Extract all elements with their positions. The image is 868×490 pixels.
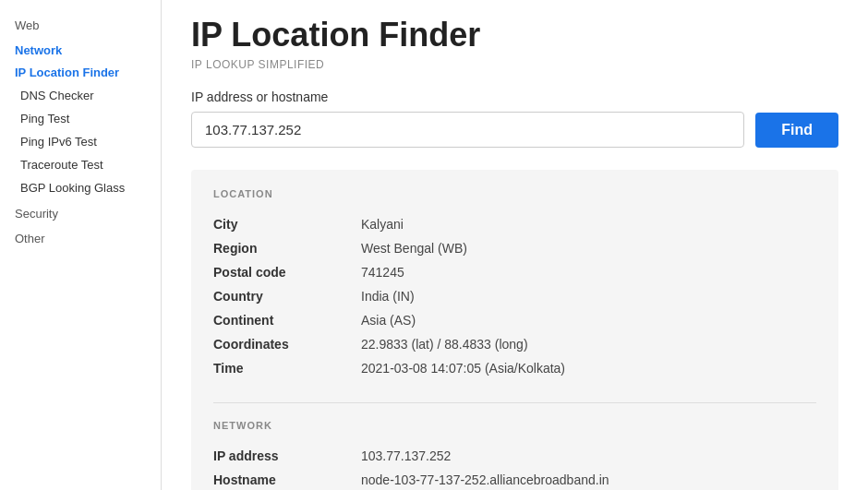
table-row: CityKalyani [213, 212, 816, 236]
sidebar-category-web: Web [0, 11, 161, 36]
table-row: Time2021-03-08 14:07:05 (Asia/Kolkata) [213, 356, 816, 380]
field-key: Postal code [213, 260, 361, 284]
sidebar-category-other: Other [0, 224, 161, 249]
field-key: Coordinates [213, 332, 361, 356]
sidebar-item-traceroute-test[interactable]: Traceroute Test [0, 153, 161, 176]
field-value: 22.9833 (lat) / 88.4833 (long) [361, 332, 816, 356]
ip-input[interactable] [191, 112, 744, 148]
results-area: LOCATION CityKalyaniRegionWest Bengal (W… [191, 170, 838, 490]
field-key: Time [213, 356, 361, 380]
sidebar-item-dns-checker[interactable]: DNS Checker [0, 84, 161, 107]
sidebar-item-ping-test[interactable]: Ping Test [0, 107, 161, 130]
table-row: Hostnamenode-103-77-137-252.alliancebroa… [213, 468, 816, 490]
field-value: Kalyani [361, 212, 816, 236]
table-row: Coordinates22.9833 (lat) / 88.4833 (long… [213, 332, 816, 356]
sidebar-item-bgp-looking-glass[interactable]: BGP Looking Glass [0, 176, 161, 199]
sidebar-category-network: Network [0, 36, 161, 61]
field-value: India (IN) [361, 284, 816, 308]
page-subtitle: IP LOOKUP SIMPLIFIED [191, 58, 838, 71]
table-row: IP address103.77.137.252 [213, 444, 816, 468]
table-row: RegionWest Bengal (WB) [213, 236, 816, 260]
section-divider [213, 402, 816, 403]
table-row: Postal code741245 [213, 260, 816, 284]
field-key: City [213, 212, 361, 236]
network-table: IP address103.77.137.252Hostnamenode-103… [213, 444, 816, 490]
field-value: 741245 [361, 260, 816, 284]
field-key: Continent [213, 308, 361, 332]
find-button[interactable]: Find [755, 113, 838, 148]
location-table: CityKalyaniRegionWest Bengal (WB)Postal … [213, 212, 816, 380]
field-value: Asia (AS) [361, 308, 816, 332]
input-label: IP address or hostname [191, 90, 838, 104]
field-key: IP address [213, 444, 361, 468]
field-key: Region [213, 236, 361, 260]
table-row: CountryIndia (IN) [213, 284, 816, 308]
field-value: node-103-77-137-252.alliancebroadband.in [361, 468, 816, 490]
sidebar: Web Network IP Location Finder DNS Check… [0, 0, 162, 490]
network-section-label: NETWORK [213, 420, 816, 431]
sidebar-item-ip-location-finder[interactable]: IP Location Finder [0, 61, 161, 84]
field-key: Country [213, 284, 361, 308]
table-row: ContinentAsia (AS) [213, 308, 816, 332]
location-section-label: LOCATION [213, 188, 816, 199]
field-value: West Bengal (WB) [361, 236, 816, 260]
field-key: Hostname [213, 468, 361, 490]
search-row: Find [191, 112, 838, 148]
sidebar-category-security: Security [0, 199, 161, 224]
page-title: IP Location Finder [191, 15, 838, 54]
sidebar-item-ping-ipv6-test[interactable]: Ping IPv6 Test [0, 130, 161, 153]
main-content: IP Location Finder IP LOOKUP SIMPLIFIED … [162, 0, 868, 490]
field-value: 103.77.137.252 [361, 444, 816, 468]
field-value: 2021-03-08 14:07:05 (Asia/Kolkata) [361, 356, 816, 380]
